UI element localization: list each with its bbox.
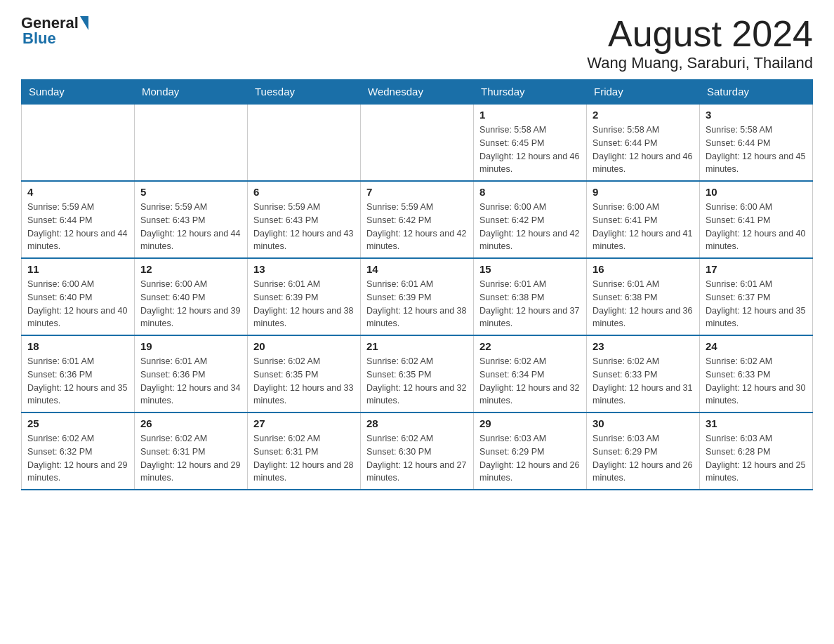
day-info: Sunrise: 6:02 AMSunset: 6:32 PMDaylight:…	[27, 432, 128, 485]
calendar-cell: 10Sunrise: 6:00 AMSunset: 6:41 PMDayligh…	[700, 181, 813, 258]
calendar-cell: 23Sunrise: 6:02 AMSunset: 6:33 PMDayligh…	[587, 335, 700, 412]
day-number: 19	[140, 340, 241, 352]
calendar-cell: 1Sunrise: 5:58 AMSunset: 6:45 PMDaylight…	[474, 104, 587, 181]
day-info: Sunrise: 6:02 AMSunset: 6:34 PMDaylight:…	[479, 355, 581, 408]
calendar-cell: 24Sunrise: 6:02 AMSunset: 6:33 PMDayligh…	[700, 335, 813, 412]
calendar-cell: 20Sunrise: 6:02 AMSunset: 6:35 PMDayligh…	[248, 335, 361, 412]
day-info: Sunrise: 6:01 AMSunset: 6:38 PMDaylight:…	[479, 278, 581, 330]
calendar-cell: 4Sunrise: 5:59 AMSunset: 6:44 PMDaylight…	[22, 181, 135, 258]
calendar-cell: 27Sunrise: 6:02 AMSunset: 6:31 PMDayligh…	[248, 412, 361, 490]
calendar-header-row: SundayMondayTuesdayWednesdayThursdayFrid…	[22, 80, 813, 105]
day-number: 4	[27, 186, 128, 198]
calendar-cell: 26Sunrise: 6:02 AMSunset: 6:31 PMDayligh…	[135, 412, 248, 490]
title-section: August 2024 Wang Muang, Saraburi, Thaila…	[587, 14, 813, 72]
day-info: Sunrise: 5:59 AMSunset: 6:42 PMDaylight:…	[366, 201, 468, 253]
weekday-header-wednesday: Wednesday	[361, 80, 474, 105]
day-info: Sunrise: 6:02 AMSunset: 6:30 PMDaylight:…	[366, 432, 468, 485]
calendar-week-row: 11Sunrise: 6:00 AMSunset: 6:40 PMDayligh…	[22, 258, 813, 335]
calendar-cell: 3Sunrise: 5:58 AMSunset: 6:44 PMDaylight…	[700, 104, 813, 181]
day-info: Sunrise: 6:02 AMSunset: 6:31 PMDaylight:…	[253, 432, 355, 485]
day-info: Sunrise: 6:02 AMSunset: 6:35 PMDaylight:…	[366, 355, 468, 408]
day-number: 3	[706, 109, 807, 121]
calendar-cell: 19Sunrise: 6:01 AMSunset: 6:36 PMDayligh…	[135, 335, 248, 412]
weekday-header-tuesday: Tuesday	[248, 80, 361, 105]
day-info: Sunrise: 6:00 AMSunset: 6:41 PMDaylight:…	[593, 201, 694, 253]
calendar-cell: 11Sunrise: 6:00 AMSunset: 6:40 PMDayligh…	[22, 258, 135, 335]
calendar-cell: 8Sunrise: 6:00 AMSunset: 6:42 PMDaylight…	[474, 181, 587, 258]
day-number: 24	[706, 340, 807, 352]
day-number: 29	[479, 417, 581, 429]
day-number: 5	[140, 186, 241, 198]
calendar-cell: 30Sunrise: 6:03 AMSunset: 6:29 PMDayligh…	[587, 412, 700, 490]
day-number: 26	[140, 417, 241, 429]
day-number: 21	[366, 340, 468, 352]
calendar-cell: 15Sunrise: 6:01 AMSunset: 6:38 PMDayligh…	[474, 258, 587, 335]
calendar-cell: 18Sunrise: 6:01 AMSunset: 6:36 PMDayligh…	[22, 335, 135, 412]
day-info: Sunrise: 6:00 AMSunset: 6:42 PMDaylight:…	[479, 201, 581, 253]
day-info: Sunrise: 5:59 AMSunset: 6:43 PMDaylight:…	[140, 201, 241, 253]
day-info: Sunrise: 5:59 AMSunset: 6:44 PMDaylight:…	[27, 201, 128, 253]
day-info: Sunrise: 5:59 AMSunset: 6:43 PMDaylight:…	[253, 201, 355, 253]
calendar-week-row: 1Sunrise: 5:58 AMSunset: 6:45 PMDaylight…	[22, 104, 813, 181]
day-number: 6	[253, 186, 355, 198]
day-number: 17	[706, 263, 807, 275]
calendar-cell: 22Sunrise: 6:02 AMSunset: 6:34 PMDayligh…	[474, 335, 587, 412]
day-number: 11	[27, 263, 128, 275]
calendar-week-row: 25Sunrise: 6:02 AMSunset: 6:32 PMDayligh…	[22, 412, 813, 490]
page-header: General Blue August 2024 Wang Muang, Sar…	[21, 14, 813, 72]
calendar-cell: 28Sunrise: 6:02 AMSunset: 6:30 PMDayligh…	[361, 412, 474, 490]
logo: General Blue	[21, 14, 88, 48]
weekday-header-saturday: Saturday	[700, 80, 813, 105]
day-info: Sunrise: 6:01 AMSunset: 6:36 PMDaylight:…	[27, 355, 128, 408]
calendar-cell: 5Sunrise: 5:59 AMSunset: 6:43 PMDaylight…	[135, 181, 248, 258]
day-number: 14	[366, 263, 468, 275]
day-number: 20	[253, 340, 355, 352]
calendar-cell: 13Sunrise: 6:01 AMSunset: 6:39 PMDayligh…	[248, 258, 361, 335]
calendar-cell: 14Sunrise: 6:01 AMSunset: 6:39 PMDayligh…	[361, 258, 474, 335]
calendar-cell: 6Sunrise: 5:59 AMSunset: 6:43 PMDaylight…	[248, 181, 361, 258]
day-info: Sunrise: 5:58 AMSunset: 6:45 PMDaylight:…	[479, 123, 581, 176]
day-number: 1	[479, 109, 581, 121]
calendar-cell: 17Sunrise: 6:01 AMSunset: 6:37 PMDayligh…	[700, 258, 813, 335]
day-info: Sunrise: 6:00 AMSunset: 6:40 PMDaylight:…	[140, 278, 241, 330]
day-number: 22	[479, 340, 581, 352]
day-info: Sunrise: 6:03 AMSunset: 6:29 PMDaylight:…	[479, 432, 581, 485]
day-info: Sunrise: 5:58 AMSunset: 6:44 PMDaylight:…	[593, 123, 694, 176]
weekday-header-friday: Friday	[587, 80, 700, 105]
day-info: Sunrise: 6:02 AMSunset: 6:33 PMDaylight:…	[706, 355, 807, 408]
calendar-cell: 16Sunrise: 6:01 AMSunset: 6:38 PMDayligh…	[587, 258, 700, 335]
calendar-cell: 9Sunrise: 6:00 AMSunset: 6:41 PMDaylight…	[587, 181, 700, 258]
calendar-week-row: 18Sunrise: 6:01 AMSunset: 6:36 PMDayligh…	[22, 335, 813, 412]
day-info: Sunrise: 6:02 AMSunset: 6:33 PMDaylight:…	[593, 355, 694, 408]
calendar-cell: 25Sunrise: 6:02 AMSunset: 6:32 PMDayligh…	[22, 412, 135, 490]
calendar-cell: 7Sunrise: 5:59 AMSunset: 6:42 PMDaylight…	[361, 181, 474, 258]
day-number: 10	[706, 186, 807, 198]
weekday-header-monday: Monday	[135, 80, 248, 105]
day-number: 7	[366, 186, 468, 198]
day-info: Sunrise: 6:01 AMSunset: 6:39 PMDaylight:…	[253, 278, 355, 330]
day-info: Sunrise: 6:01 AMSunset: 6:37 PMDaylight:…	[706, 278, 807, 330]
logo-arrow-icon	[80, 16, 88, 30]
day-number: 18	[27, 340, 128, 352]
day-number: 27	[253, 417, 355, 429]
calendar-cell	[135, 104, 248, 181]
day-number: 28	[366, 417, 468, 429]
location-subtitle: Wang Muang, Saraburi, Thailand	[587, 54, 813, 72]
calendar-cell	[361, 104, 474, 181]
day-number: 16	[593, 263, 694, 275]
calendar-cell: 2Sunrise: 5:58 AMSunset: 6:44 PMDaylight…	[587, 104, 700, 181]
calendar-cell: 31Sunrise: 6:03 AMSunset: 6:28 PMDayligh…	[700, 412, 813, 490]
day-info: Sunrise: 6:03 AMSunset: 6:29 PMDaylight:…	[593, 432, 694, 485]
month-year-title: August 2024	[587, 14, 813, 54]
day-number: 15	[479, 263, 581, 275]
weekday-header-sunday: Sunday	[22, 80, 135, 105]
calendar-table: SundayMondayTuesdayWednesdayThursdayFrid…	[21, 79, 813, 490]
calendar-cell	[248, 104, 361, 181]
day-info: Sunrise: 6:02 AMSunset: 6:31 PMDaylight:…	[140, 432, 241, 485]
day-info: Sunrise: 6:03 AMSunset: 6:28 PMDaylight:…	[706, 432, 807, 485]
day-info: Sunrise: 6:02 AMSunset: 6:35 PMDaylight:…	[253, 355, 355, 408]
day-info: Sunrise: 6:00 AMSunset: 6:40 PMDaylight:…	[27, 278, 128, 330]
calendar-cell: 12Sunrise: 6:00 AMSunset: 6:40 PMDayligh…	[135, 258, 248, 335]
calendar-week-row: 4Sunrise: 5:59 AMSunset: 6:44 PMDaylight…	[22, 181, 813, 258]
day-info: Sunrise: 6:00 AMSunset: 6:41 PMDaylight:…	[706, 201, 807, 253]
